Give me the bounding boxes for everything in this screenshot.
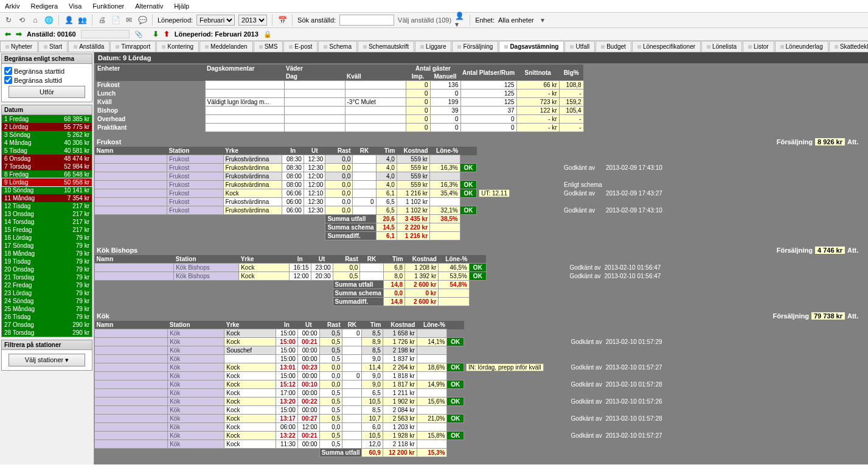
year-select[interactable]: 2013 (238, 15, 267, 26)
date-row[interactable]: 12 Tisdag217 kr (2, 202, 92, 210)
menu-redigera[interactable]: Redigera (30, 2, 58, 10)
month-select[interactable]: Februari (196, 15, 235, 26)
tab-liggare[interactable]: Liggare (415, 41, 451, 52)
sidebar: Begränsa enligt schema Begränsa starttid… (0, 52, 94, 464)
date-row[interactable]: 22 Fredag79 kr (2, 281, 92, 289)
date-row[interactable]: 4 Måndag40 306 kr (2, 139, 92, 147)
date-row[interactable]: 1 Fredag68 385 kr (2, 115, 92, 123)
globe-icon[interactable]: 🌐 (44, 15, 54, 25)
choose-emp[interactable]: Välj anställd (109) (398, 16, 451, 24)
date-row[interactable]: 16 Lördag79 kr (2, 234, 92, 242)
tab-start[interactable]: Start (38, 41, 68, 52)
chevron-down-icon[interactable]: ▾ (538, 15, 547, 25)
tab-schema[interactable]: Schema (318, 41, 357, 52)
tab-skattedeklaration[interactable]: Skattedeklaration (829, 41, 868, 52)
run-button[interactable]: Utför (9, 86, 85, 98)
cb-sluttid[interactable]: Begränsa sluttid (4, 76, 89, 84)
menu-funktioner[interactable]: Funktioner (92, 2, 124, 10)
date-row[interactable]: 6 Onsdag48 474 kr (2, 155, 92, 163)
chat-icon[interactable]: 💬 (137, 15, 147, 25)
mail-icon[interactable]: ✉ (124, 15, 134, 25)
menu-visa[interactable]: Visa (69, 2, 82, 10)
user-icon[interactable]: 👤 (64, 15, 74, 25)
date-row[interactable]: 14 Torsdag217 kr (2, 218, 92, 226)
refresh-icon[interactable]: ↻ (4, 15, 13, 25)
date-row[interactable]: 24 Söndag79 kr (2, 297, 92, 305)
date-row[interactable]: 17 Söndag79 kr (2, 242, 92, 250)
tab-löneunderlag[interactable]: Löneunderlag (775, 41, 828, 52)
tab-försäljning[interactable]: Försäljning (452, 41, 498, 52)
date-row[interactable]: 8 Fredag66 548 kr (2, 170, 92, 178)
date-row[interactable]: 18 Måndag79 kr (2, 250, 92, 258)
print-icon[interactable]: 🖨 (97, 15, 107, 25)
date-row[interactable]: 10 Söndag10 141 kr (2, 186, 92, 194)
tab-anställda[interactable]: Anställda (68, 41, 109, 52)
menu-arkiv[interactable]: Arkiv (5, 2, 19, 10)
tab-kontering[interactable]: Kontering (156, 41, 199, 52)
ok-button[interactable]: OK (447, 398, 464, 406)
date-row[interactable]: 7 Torsdag52 984 kr (2, 163, 92, 170)
date-row[interactable]: 13 Onsdag217 kr (2, 210, 92, 218)
ok-button[interactable]: OK (447, 380, 464, 389)
ok-button[interactable]: OK (447, 415, 464, 423)
user-add-icon[interactable]: 👥 (77, 15, 87, 25)
tab-lönelista[interactable]: Lönelista (701, 41, 742, 52)
tab-budget[interactable]: Budget (595, 41, 631, 52)
date-row[interactable]: 2 Lördag55 775 kr (2, 123, 92, 131)
unit-value[interactable]: Alla enheter (498, 16, 534, 24)
prev-emp-icon[interactable]: ⬅ (5, 30, 11, 38)
attach-icon[interactable]: 📎 (134, 30, 143, 38)
user-dropdown-icon[interactable]: 👤▾ (455, 15, 465, 25)
toolbar: ↻ ⟲ ⌂ 🌐 👤 👥 🖨 📄 ✉ 💬 Löneperiod: Februari… (0, 13, 868, 28)
date-row[interactable]: 23 Lördag79 kr (2, 289, 92, 297)
ok-button[interactable]: OK (460, 181, 476, 189)
date-row[interactable]: 19 Tisdag79 kr (2, 258, 92, 265)
ok-button[interactable]: OK (460, 164, 476, 172)
lock-icon: 🔒 (263, 30, 272, 38)
tab-meddelanden[interactable]: Meddelanden (200, 41, 253, 52)
period-label: Löneperiod: (158, 16, 193, 24)
ok-button[interactable]: OK (447, 432, 464, 440)
filter-button[interactable]: Välj stationer ▾ (9, 354, 85, 366)
tab-sms[interactable]: SMS (254, 41, 283, 52)
tab-timrapport[interactable]: Timrapport (110, 41, 156, 52)
tab-dagsavstämning[interactable]: Dagsavstämning (499, 41, 564, 52)
back-icon[interactable]: ⟲ (17, 15, 27, 25)
date-row[interactable]: 20 Onsdag79 kr (2, 265, 92, 273)
date-title: Datum (2, 105, 92, 115)
home-icon[interactable]: ⌂ (30, 15, 40, 25)
tab-lönespecifikationer[interactable]: Lönespecifikationer (632, 41, 701, 52)
ok-button[interactable]: OK (447, 338, 464, 346)
tab-nyheter[interactable]: Nyheter (0, 41, 38, 52)
tab-listor[interactable]: Listor (743, 41, 774, 52)
up-icon[interactable]: ⬆ (164, 30, 170, 38)
date-row[interactable]: 15 Fredag217 kr (2, 226, 92, 234)
date-row[interactable]: 5 Tisdag40 581 kr (2, 147, 92, 155)
ok-button[interactable]: OK (460, 206, 476, 215)
next-emp-icon[interactable]: ➡ (16, 30, 22, 38)
date-row[interactable]: 9 Lördag50 958 kr (2, 178, 92, 186)
tab-schemautskrift[interactable]: Schemautskrift (358, 41, 414, 52)
tab-e-post[interactable]: E-post (283, 41, 318, 52)
ok-button[interactable]: OK (469, 264, 486, 272)
date-row[interactable]: 3 Söndag5 262 kr (2, 131, 92, 139)
doc-icon[interactable]: 📄 (111, 15, 120, 25)
ok-button[interactable]: OK (469, 272, 486, 281)
ok-button[interactable]: OK (447, 363, 464, 372)
menu-hjälp[interactable]: Hjälp (174, 2, 189, 10)
down-icon[interactable]: ⬇ (153, 30, 159, 38)
tab-utfall[interactable]: Utfall (564, 41, 595, 52)
cb-starttid[interactable]: Begränsa starttid (4, 67, 89, 75)
date-row[interactable]: 21 Torsdag79 kr (2, 273, 92, 281)
date-row[interactable]: 11 Måndag7 354 kr (2, 194, 92, 202)
search-input[interactable] (339, 15, 394, 26)
date-row[interactable]: 28 Torsdag290 kr (2, 329, 92, 337)
date-row[interactable]: 26 Tisdag79 kr (2, 313, 92, 321)
filter-title: Filtrera på stationer (2, 340, 92, 350)
ok-button[interactable]: OK (460, 189, 476, 198)
date-row[interactable]: 27 Onsdag290 kr (2, 321, 92, 329)
date-row[interactable]: 25 Måndag79 kr (2, 305, 92, 313)
tabs: NyheterStartAnställdaTimrapportKontering… (0, 41, 868, 52)
calendar-icon[interactable]: 📅 (277, 15, 287, 25)
menu-alternativ[interactable]: Alternativ (135, 2, 163, 10)
